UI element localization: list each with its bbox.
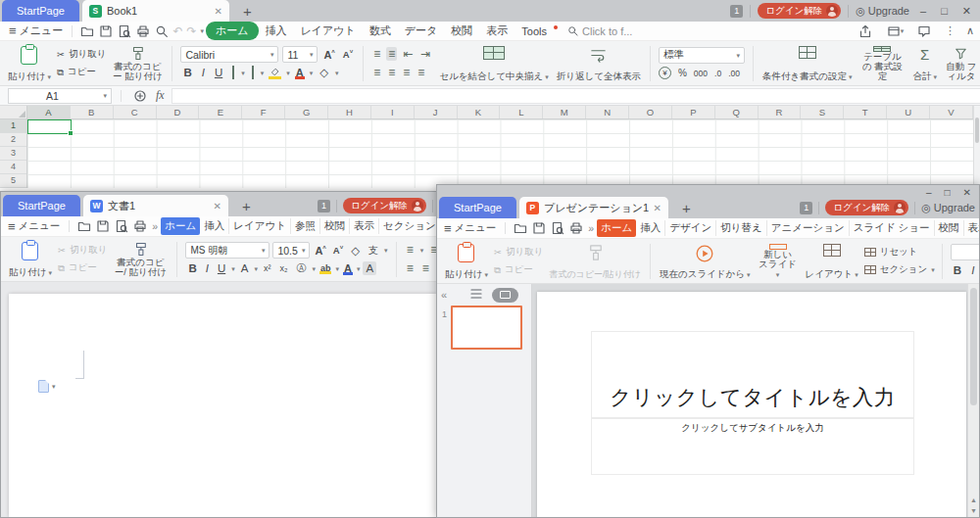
format-painter-button[interactable]: 書式のコピー/貼り付け <box>545 241 645 281</box>
collapse-ribbon-icon[interactable]: ∧ <box>966 24 974 37</box>
history-caret-icon[interactable]: ▾ <box>201 27 205 34</box>
new-tab-button[interactable]: + <box>243 3 252 20</box>
format-painter-button[interactable]: 書式のコピー 貼り付け <box>108 43 167 83</box>
find-in-document-icon[interactable] <box>152 24 171 39</box>
enclose-characters-button[interactable]: Ⓐ <box>293 260 309 276</box>
align-top-button[interactable]: ≡ <box>371 47 382 61</box>
print-icon[interactable] <box>133 24 152 39</box>
copy-button[interactable]: ⧉コピー <box>58 261 107 274</box>
more-icon[interactable]: ⋮ <box>945 24 956 37</box>
align-center-button[interactable]: ≡ <box>386 66 397 79</box>
slide-editor-area[interactable]: クリックしてタイトルを入力 クリックしてサブタイトルを入力 <box>532 284 967 517</box>
menu-tab-references[interactable]: 参照 <box>291 218 320 234</box>
print-icon[interactable] <box>130 218 149 234</box>
insert-function-icon[interactable]: fx <box>153 88 168 103</box>
menu-tab-home[interactable]: ホーム <box>206 22 259 40</box>
italic-button[interactable]: I <box>968 263 977 277</box>
borders-button[interactable] <box>229 66 237 79</box>
hamburger-menu-icon[interactable]: ≡ <box>8 219 16 234</box>
numbered-list-button[interactable]: ≡ <box>428 243 436 257</box>
minimize-button[interactable]: – <box>926 187 932 198</box>
number-format-select[interactable]: 標準▾ <box>659 47 745 64</box>
menu-tab-insert[interactable]: 挿入 <box>259 23 294 39</box>
column-header[interactable]: L <box>500 106 543 118</box>
increase-decimal-icon[interactable]: .0 <box>714 69 721 78</box>
column-header[interactable]: Q <box>715 106 759 118</box>
underline-button[interactable]: U <box>215 261 228 275</box>
font-size-select[interactable]: 11▾ <box>282 46 318 63</box>
format-painter-button[interactable]: 書式のコピー/ 貼り付け <box>109 239 172 279</box>
bold-button[interactable]: B <box>185 261 199 275</box>
font-name-select[interactable]: MS 明朝▾ <box>185 242 270 259</box>
column-header[interactable]: N <box>586 106 629 118</box>
copy-button[interactable]: ⧉コピー <box>57 66 106 78</box>
reset-button[interactable]: リセット <box>864 246 935 259</box>
menu-tab-transitions[interactable]: 切り替え <box>716 220 767 236</box>
increase-indent-button[interactable]: ⇥ <box>418 47 432 61</box>
font-name-select[interactable]: Calibri▾ <box>180 46 278 63</box>
section-button[interactable]: セクション▾ <box>864 263 935 276</box>
slide-thumbnail[interactable] <box>451 306 522 350</box>
bullet-list-button[interactable]: ≡ <box>405 243 416 257</box>
align-left-button[interactable]: ≡ <box>371 66 382 79</box>
play-from-current-slide-button[interactable]: 現在のスライドから▾ <box>656 241 755 281</box>
fill-color-button[interactable] <box>268 67 282 78</box>
print-preview-icon[interactable] <box>115 24 133 39</box>
new-slide-button[interactable]: 新しい スライド▾ <box>755 241 802 281</box>
subscript-button[interactable]: x₂ <box>276 262 290 274</box>
column-header[interactable]: H <box>328 106 371 118</box>
row-header[interactable]: 3 <box>0 147 26 161</box>
undo-icon[interactable]: ↶ <box>172 24 182 38</box>
eraser-button[interactable]: ◇ <box>317 65 331 80</box>
hamburger-menu-icon[interactable]: ≡ <box>9 24 17 38</box>
comma-format-icon[interactable]: 000 <box>694 69 708 78</box>
column-header[interactable]: E <box>199 106 242 118</box>
tab-document[interactable]: S Book1 ✕ <box>82 0 229 22</box>
print-preview-icon[interactable] <box>548 220 566 236</box>
column-header[interactable]: T <box>844 106 887 118</box>
text-effects-button[interactable]: A <box>238 261 252 275</box>
font-name-select[interactable]: ▾ <box>951 244 979 260</box>
hamburger-menu-icon[interactable]: ≡ <box>444 221 452 236</box>
save-icon[interactable] <box>96 24 115 39</box>
percent-format-icon[interactable]: % <box>678 68 687 78</box>
menu-tab-section[interactable]: セクション <box>379 218 437 234</box>
close-tab-icon[interactable]: ✕ <box>214 201 221 212</box>
outline-view-icon[interactable] <box>469 287 483 303</box>
select-all-corner[interactable] <box>0 106 27 119</box>
tab-startpage[interactable]: StartPage <box>2 0 79 22</box>
menu-button[interactable]: メニュー <box>455 221 497 235</box>
table-format-button[interactable]: テーブルの 書式設定 <box>856 43 908 83</box>
menu-tab-view[interactable]: 表示 <box>964 220 980 236</box>
column-header[interactable]: G <box>285 106 328 118</box>
lookup-icon[interactable] <box>130 88 149 104</box>
title-placeholder[interactable]: クリックしてタイトルを入力 <box>591 331 914 418</box>
cut-button[interactable]: ✂切り取り <box>494 246 543 259</box>
slide-scrollbar[interactable]: ▲ ▼ <box>967 284 979 517</box>
name-box[interactable]: A1▾ <box>8 88 112 104</box>
scroll-up-icon[interactable]: ▲ <box>968 496 979 503</box>
column-header[interactable]: O <box>629 106 672 118</box>
column-header[interactable]: D <box>157 106 200 118</box>
menu-tab-slideshow[interactable]: スライド ショー <box>850 220 935 236</box>
formula-input[interactable] <box>172 88 980 104</box>
save-icon[interactable] <box>93 218 112 234</box>
menu-tab-layout[interactable]: レイアウト <box>229 218 291 234</box>
decrease-decimal-icon[interactable]: .00 <box>728 69 740 78</box>
cell-style-button[interactable] <box>249 66 257 79</box>
currency-format-icon[interactable]: ¥ <box>659 67 671 79</box>
menu-tab-data[interactable]: データ <box>398 23 445 39</box>
highlight-button[interactable]: ab <box>318 263 333 273</box>
close-window-button[interactable]: ✕ <box>963 187 971 198</box>
column-header[interactable]: R <box>759 106 802 118</box>
close-tab-icon[interactable]: ✕ <box>654 203 662 213</box>
scrollbar-thumb[interactable] <box>975 118 979 143</box>
shrink-font-button[interactable]: A˅ <box>331 245 345 256</box>
char-convert-button[interactable]: 支 <box>366 243 381 259</box>
column-header[interactable]: S <box>801 106 844 118</box>
close-window-button[interactable]: ✕ <box>962 5 971 18</box>
switch-window-icon[interactable]: ▾ <box>886 24 905 39</box>
align-left-button[interactable]: ≡ <box>405 261 416 275</box>
menu-tab-layout[interactable]: レイアウト <box>294 23 363 39</box>
superscript-button[interactable]: x² <box>261 262 274 274</box>
